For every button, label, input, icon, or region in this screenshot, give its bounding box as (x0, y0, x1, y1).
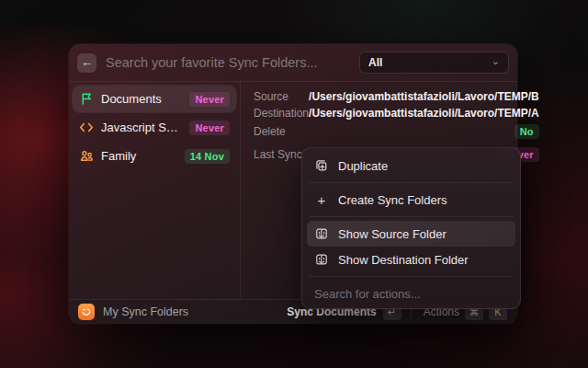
detail-value: /Users/giovambattistafazioli/Lavoro/TEMP… (309, 90, 539, 103)
list-item-javascript-source[interactable]: Javascript Source C... Never (73, 114, 236, 141)
finder-icon (314, 226, 329, 241)
chevron-down-icon: ⌄ (492, 55, 500, 67)
detail-row-source: Source /Users/giovambattistafazioli/Lavo… (254, 88, 539, 104)
search-bar: ← All ⌄ (69, 44, 517, 81)
actions-menu: Duplicate + Create Sync Folders Show Sou… (301, 147, 521, 309)
sync-folders-window: ← All ⌄ Documents Never Javascript Sourc… (69, 44, 517, 324)
list-item-label: Javascript Source C... (101, 121, 182, 134)
duplicate-icon (314, 158, 329, 173)
status-badge: Never (189, 121, 230, 135)
detail-label: Delete (254, 125, 286, 138)
actions-search-input[interactable] (307, 281, 515, 308)
menu-divider (309, 216, 514, 217)
list-item-documents[interactable]: Documents Never (73, 86, 236, 112)
app-icon (78, 304, 95, 320)
menu-item-show-source-folder[interactable]: Show Source Folder (307, 221, 515, 247)
app-name-label: My Sync Folders (103, 305, 279, 318)
list-item-label: Family (101, 149, 177, 163)
plus-icon: + (314, 192, 329, 207)
filter-dropdown[interactable]: All ⌄ (359, 52, 509, 74)
detail-value: /Users/giovambattistafazioli/Lavoro/TEMP… (309, 107, 539, 120)
sync-folders-list: Documents Never Javascript Source C... N… (69, 82, 241, 298)
flag-icon (79, 92, 94, 107)
status-badge: Never (189, 92, 230, 107)
status-badge: 14 Nov (185, 149, 230, 164)
menu-divider (309, 276, 514, 277)
menu-item-duplicate[interactable]: Duplicate (307, 153, 515, 178)
detail-label: Last Sync (254, 148, 302, 161)
menu-item-label: Duplicate (338, 159, 388, 173)
menu-item-create-sync-folders[interactable]: + Create Sync Folders (307, 187, 515, 213)
list-item-label: Documents (101, 92, 182, 106)
detail-row-destination: Destination /Users/giovambattistafazioli… (254, 105, 539, 121)
people-icon (79, 149, 94, 164)
menu-item-show-destination-folder[interactable]: Show Destination Folder (307, 247, 515, 272)
finder-icon (314, 252, 329, 267)
back-button[interactable]: ← (77, 53, 96, 73)
menu-item-label: Show Source Folder (338, 227, 447, 241)
code-icon (79, 121, 94, 135)
search-input[interactable] (106, 55, 350, 70)
menu-divider (309, 182, 514, 183)
delete-badge: No (514, 124, 539, 139)
detail-label: Source (254, 90, 288, 103)
list-item-family[interactable]: Family 14 Nov (73, 143, 236, 169)
menu-item-label: Show Destination Folder (338, 253, 469, 267)
detail-label: Destination (254, 107, 309, 120)
filter-dropdown-value: All (368, 56, 492, 69)
detail-row-delete: Delete No (254, 121, 539, 141)
menu-item-label: Create Sync Folders (338, 193, 447, 207)
